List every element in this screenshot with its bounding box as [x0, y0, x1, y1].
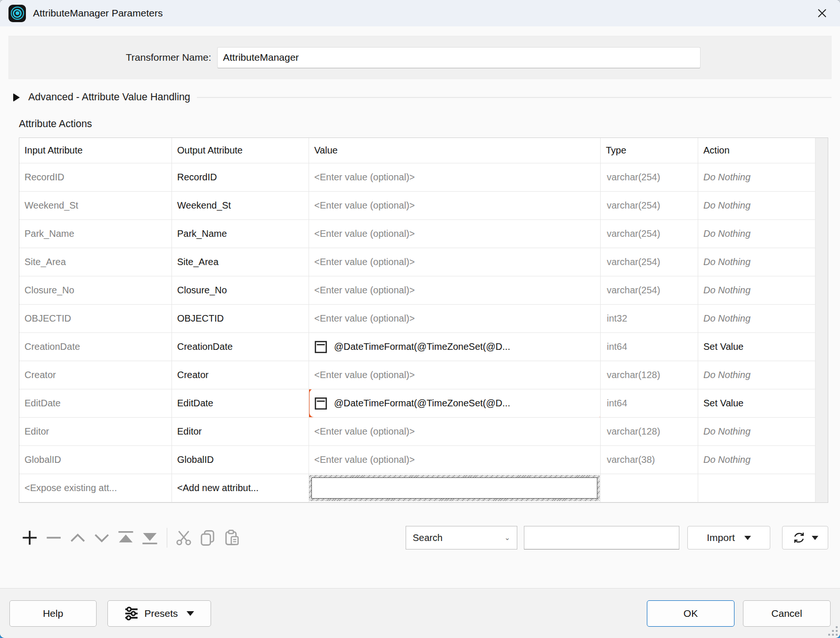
cell-input-attribute[interactable]: Creator [19, 361, 172, 389]
remove-row-button[interactable] [43, 527, 65, 549]
paste-button[interactable] [221, 527, 243, 549]
ok-button[interactable]: OK [647, 600, 734, 627]
cell-value-placeholder[interactable]: <Enter value (optional)> [309, 220, 601, 248]
cell-value-expression[interactable]: @DateTimeFormat(@TimeZoneSet(@D... [309, 333, 601, 361]
cell-type[interactable]: varchar(254) [601, 248, 698, 276]
cell-output-attribute[interactable]: Site_Area [172, 248, 309, 276]
cell-value-expression[interactable]: @DateTimeFormat(@TimeZoneSet(@D... [309, 389, 601, 418]
focused-cell-marquee [309, 475, 600, 501]
cell-expose-existing[interactable]: <Expose existing att... [19, 474, 172, 502]
cell-new-value-editor[interactable] [309, 474, 601, 502]
cell-output-attribute[interactable]: Park_Name [172, 220, 309, 248]
cell-action[interactable]: Do Nothing [698, 446, 815, 474]
cell-action[interactable]: Set Value [698, 333, 815, 361]
add-row-button[interactable] [19, 527, 41, 549]
search-input[interactable] [524, 526, 679, 549]
column-header-action[interactable]: Action [698, 138, 815, 163]
cell-input-attribute[interactable]: Editor [19, 418, 172, 446]
cell-action[interactable]: Do Nothing [698, 248, 815, 276]
cell-input-attribute[interactable]: Weekend_St [19, 192, 172, 220]
column-header-input-attribute[interactable]: Input Attribute [19, 138, 172, 163]
cell-action[interactable]: Do Nothing [698, 220, 815, 248]
cell-type[interactable]: varchar(128) [601, 361, 698, 389]
column-header-type[interactable]: Type [601, 138, 698, 163]
cell-value-placeholder[interactable]: <Enter value (optional)> [309, 418, 601, 446]
cell-value-placeholder[interactable]: <Enter value (optional)> [309, 305, 601, 333]
cell-value-placeholder[interactable]: <Enter value (optional)> [309, 361, 601, 389]
cell-action[interactable]: Do Nothing [698, 163, 815, 192]
cell-value-placeholder[interactable]: <Enter value (optional)> [309, 248, 601, 276]
move-to-bottom-button[interactable] [139, 527, 161, 549]
toolbar-separator [167, 528, 167, 548]
cell-input-attribute[interactable]: GlobalID [19, 446, 172, 474]
cell-output-attribute[interactable]: Editor [172, 418, 309, 446]
cell-input-attribute[interactable]: RecordID [19, 163, 172, 192]
cell-action[interactable]: Set Value [698, 389, 815, 418]
move-down-button[interactable] [91, 527, 113, 549]
cell-type[interactable]: int64 [601, 389, 698, 418]
import-button[interactable]: Import [687, 526, 770, 549]
cell-input-attribute[interactable]: OBJECTID [19, 305, 172, 333]
cell-action[interactable]: Do Nothing [698, 276, 815, 305]
move-up-button[interactable] [67, 527, 89, 549]
refresh-icon [792, 531, 806, 545]
column-header-value[interactable]: Value [309, 138, 601, 163]
cell-output-attribute[interactable]: CreationDate [172, 333, 309, 361]
cell-input-attribute[interactable]: Closure_No [19, 276, 172, 305]
cell-output-attribute[interactable]: Closure_No [172, 276, 309, 305]
cell-type[interactable]: varchar(254) [601, 276, 698, 305]
cell-output-attribute[interactable]: EditDate [172, 389, 309, 418]
import-dropdown-caret-icon [744, 536, 751, 540]
cell-input-attribute[interactable]: CreationDate [19, 333, 172, 361]
cell-output-attribute[interactable]: Creator [172, 361, 309, 389]
cell-value-placeholder[interactable]: <Enter value (optional)> [309, 276, 601, 305]
cancel-button[interactable]: Cancel [743, 600, 831, 627]
cell-input-attribute[interactable]: Site_Area [19, 248, 172, 276]
cell-value-placeholder[interactable]: <Enter value (optional)> [309, 163, 601, 192]
filter-mode-dropdown[interactable]: Search ⌄ [406, 526, 517, 549]
help-button[interactable]: Help [9, 600, 97, 627]
transformer-name-panel: Transformer Name: [8, 36, 832, 79]
column-header-output-attribute[interactable]: Output Attribute [172, 138, 309, 163]
cell-output-attribute[interactable]: GlobalID [172, 446, 309, 474]
transformer-name-label: Transformer Name: [126, 52, 211, 63]
plus-icon [21, 529, 39, 547]
cell-add-new-attribute[interactable]: <Add new attribut... [172, 474, 309, 502]
cell-input-attribute[interactable]: EditDate [19, 389, 172, 418]
cell-output-attribute[interactable]: OBJECTID [172, 305, 309, 333]
advanced-section-header[interactable]: Advanced - Attribute Value Handling [13, 91, 832, 103]
cell-type[interactable]: varchar(38) [601, 446, 698, 474]
cell-input-attribute[interactable]: Park_Name [19, 220, 172, 248]
cell-type[interactable]: varchar(128) [601, 418, 698, 446]
table-header-row: Input Attribute Output Attribute Value T… [19, 138, 828, 163]
cell-type[interactable]: varchar(254) [601, 163, 698, 192]
cell-action[interactable]: Do Nothing [698, 192, 815, 220]
cell-action[interactable]: Do Nothing [698, 305, 815, 333]
close-button[interactable] [813, 4, 832, 23]
cell-output-attribute[interactable]: RecordID [172, 163, 309, 192]
table-toolbar: Search ⌄ Import [19, 525, 828, 551]
table-row: CreatorCreator<Enter value (optional)>va… [19, 361, 828, 389]
presets-button[interactable]: Presets [107, 600, 211, 627]
cell-action[interactable] [698, 474, 815, 502]
table-row: CreationDateCreationDate@DateTimeFormat(… [19, 333, 828, 361]
cell-type[interactable]: int64 [601, 333, 698, 361]
refresh-button[interactable] [782, 526, 828, 549]
cell-action[interactable]: Do Nothing [698, 418, 815, 446]
cell-action[interactable]: Do Nothing [698, 361, 815, 389]
cell-type[interactable]: varchar(254) [601, 220, 698, 248]
move-to-top-button[interactable] [115, 527, 137, 549]
cell-output-attribute[interactable]: Weekend_St [172, 192, 309, 220]
table-scrollbar-track[interactable] [815, 138, 828, 502]
cell-value-placeholder[interactable]: <Enter value (optional)> [309, 446, 601, 474]
new-value-input[interactable] [311, 477, 597, 499]
copy-button[interactable] [197, 527, 219, 549]
section-divider-line [197, 97, 832, 98]
cell-value-placeholder[interactable]: <Enter value (optional)> [309, 192, 601, 220]
cell-type[interactable]: varchar(254) [601, 192, 698, 220]
cell-type[interactable]: int32 [601, 305, 698, 333]
cell-type[interactable] [601, 474, 698, 502]
transformer-name-input[interactable] [217, 47, 701, 68]
cut-button[interactable] [173, 527, 195, 549]
resize-grip[interactable] [827, 625, 838, 636]
